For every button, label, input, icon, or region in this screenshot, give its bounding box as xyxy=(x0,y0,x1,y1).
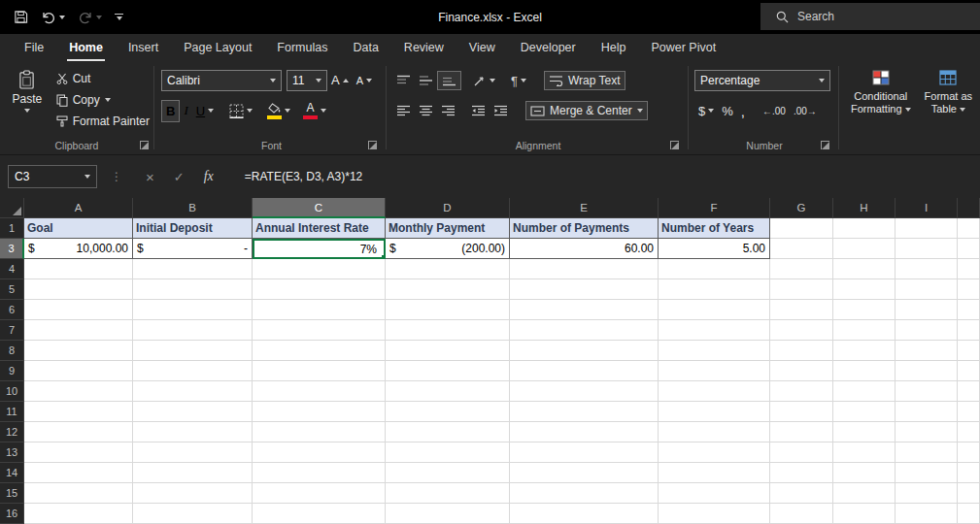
cell-D15[interactable] xyxy=(386,483,510,504)
cell-H9[interactable] xyxy=(833,361,896,381)
row-header-3[interactable]: 3 xyxy=(0,239,24,259)
tab-insert[interactable]: Insert xyxy=(116,34,171,61)
row-header-11[interactable]: 11 xyxy=(0,402,24,422)
cell-B15[interactable] xyxy=(133,483,253,504)
cell-H7[interactable] xyxy=(833,320,896,341)
cell-G14[interactable] xyxy=(770,463,833,483)
cell-E5[interactable] xyxy=(510,279,659,300)
cell-B14[interactable] xyxy=(133,463,253,483)
cell-H8[interactable] xyxy=(833,341,896,361)
cell-F5[interactable] xyxy=(659,279,770,300)
cell-H12[interactable] xyxy=(833,422,896,442)
cell-E16[interactable] xyxy=(510,504,659,524)
cell-G16[interactable] xyxy=(770,504,833,524)
cell-E11[interactable] xyxy=(510,402,659,422)
cell-E8[interactable] xyxy=(510,341,659,361)
row-header-9[interactable]: 9 xyxy=(0,361,24,381)
cell-E6[interactable] xyxy=(510,300,659,320)
cell-F3[interactable]: 5.00 xyxy=(659,239,770,259)
alignment-dialog-launcher[interactable] xyxy=(670,141,679,149)
cell-G12[interactable] xyxy=(770,422,833,442)
conditional-formatting-button[interactable]: Conditional Formatting xyxy=(847,68,915,154)
copy-dropdown-icon[interactable] xyxy=(105,98,111,102)
cell-F6[interactable] xyxy=(659,300,770,320)
cell-C9[interactable] xyxy=(253,361,386,381)
cell-D6[interactable] xyxy=(386,300,510,320)
cell-E10[interactable] xyxy=(510,381,659,402)
chevron-down-icon[interactable] xyxy=(321,109,326,113)
decrease-font-size-button[interactable]: A xyxy=(353,72,376,89)
row-header-15[interactable]: 15 xyxy=(0,483,24,504)
cell-I7[interactable] xyxy=(896,320,958,341)
cell-H3[interactable] xyxy=(833,239,896,259)
cell-I13[interactable] xyxy=(896,442,958,463)
fill-color-button[interactable] xyxy=(264,101,285,121)
underline-button[interactable]: U xyxy=(192,101,218,121)
cell-D12[interactable] xyxy=(386,422,510,442)
cell-C5[interactable] xyxy=(253,279,386,300)
column-header-C[interactable]: C xyxy=(253,198,386,218)
cell-F8[interactable] xyxy=(659,341,770,361)
cell-F10[interactable] xyxy=(659,381,770,402)
bottom-align-button[interactable] xyxy=(437,71,461,90)
cell-F11[interactable] xyxy=(659,402,770,422)
format-as-table-button[interactable]: Format as Table xyxy=(921,68,977,154)
undo-dropdown-icon[interactable] xyxy=(59,16,65,19)
cell-D8[interactable] xyxy=(386,341,510,361)
column-header-F[interactable]: F xyxy=(659,198,770,218)
cell-F1[interactable]: Number of Years xyxy=(659,218,770,239)
column-header-B[interactable]: B xyxy=(133,198,253,218)
wrap-text-button[interactable]: Wrap Text xyxy=(544,71,625,90)
font-size-select[interactable]: 11 xyxy=(287,70,327,91)
number-format-select[interactable]: Percentage xyxy=(694,70,830,91)
cell-B6[interactable] xyxy=(133,300,253,320)
row-header-10[interactable]: 10 xyxy=(0,381,24,402)
cell-B1[interactable]: Initial Deposit xyxy=(133,218,253,239)
search-input[interactable] xyxy=(797,10,943,23)
cell-B16[interactable] xyxy=(133,504,253,524)
cell-B7[interactable] xyxy=(133,320,253,341)
font-family-select[interactable]: Calibri xyxy=(161,70,282,91)
cell-H13[interactable] xyxy=(833,442,896,463)
cell-A3[interactable]: $10,000.00 xyxy=(24,239,133,259)
cell-E15[interactable] xyxy=(510,483,659,504)
cell-I3[interactable] xyxy=(896,239,958,259)
cell-D7[interactable] xyxy=(386,320,510,341)
cell-B8[interactable] xyxy=(133,341,253,361)
cell-C12[interactable] xyxy=(253,422,386,442)
cell-A8[interactable] xyxy=(24,341,133,361)
cell-F9[interactable] xyxy=(659,361,770,381)
bold-button[interactable]: B xyxy=(161,100,180,122)
cell-H10[interactable] xyxy=(833,381,896,402)
tab-data[interactable]: Data xyxy=(340,34,390,61)
cell-C4[interactable] xyxy=(253,259,386,279)
cell-D11[interactable] xyxy=(386,402,510,422)
cell-F7[interactable] xyxy=(659,320,770,341)
cancel-button[interactable] xyxy=(146,169,154,185)
name-box[interactable]: C3 xyxy=(8,165,97,188)
tab-power-pivot[interactable]: Power Pivot xyxy=(638,34,728,61)
cell-I15[interactable] xyxy=(896,483,958,504)
cell-F15[interactable] xyxy=(659,483,770,504)
cell-B13[interactable] xyxy=(133,442,253,463)
undo-button[interactable] xyxy=(41,11,65,24)
cell-I4[interactable] xyxy=(896,259,958,279)
cell-G15[interactable] xyxy=(770,483,833,504)
cell-G11[interactable] xyxy=(770,402,833,422)
cell-G9[interactable] xyxy=(770,361,833,381)
name-box-splitter[interactable] xyxy=(111,170,122,183)
cell-A11[interactable] xyxy=(24,402,133,422)
cell-B10[interactable] xyxy=(133,381,253,402)
cell-F12[interactable] xyxy=(659,422,770,442)
cell-A15[interactable] xyxy=(24,483,133,504)
tab-file[interactable]: File xyxy=(12,34,56,61)
cell-C6[interactable] xyxy=(253,300,386,320)
cell-G6[interactable] xyxy=(770,300,833,320)
cell-H16[interactable] xyxy=(833,504,896,524)
orientation-button[interactable] xyxy=(469,72,499,90)
cell-A7[interactable] xyxy=(24,320,133,341)
row-header-4[interactable]: 4 xyxy=(0,259,24,279)
row-header-6[interactable]: 6 xyxy=(0,300,24,320)
cell-B9[interactable] xyxy=(133,361,253,381)
cell-H1[interactable] xyxy=(833,218,896,239)
